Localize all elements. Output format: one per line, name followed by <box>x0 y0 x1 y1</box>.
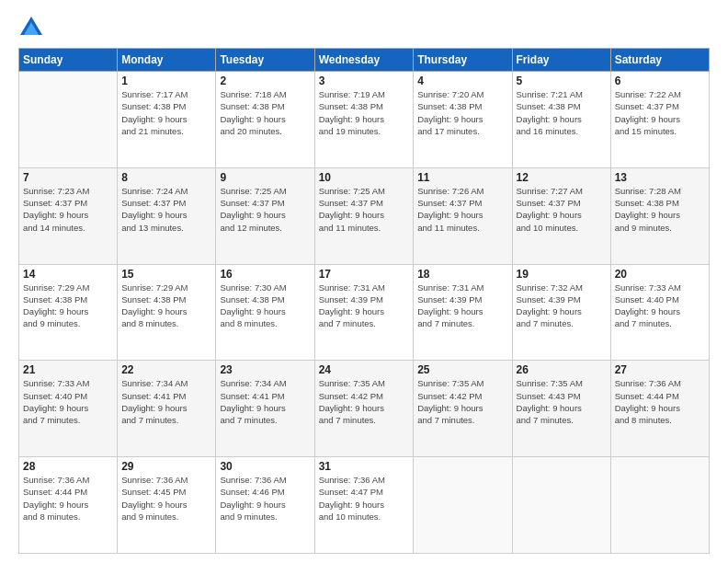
calendar-body: 1Sunrise: 7:17 AM Sunset: 4:38 PM Daylig… <box>19 72 710 554</box>
day-info: Sunrise: 7:32 AM Sunset: 4:39 PM Dayligh… <box>517 282 607 330</box>
day-info: Sunrise: 7:22 AM Sunset: 4:37 PM Dayligh… <box>615 88 705 137</box>
day-number: 15 <box>121 268 211 281</box>
day-info: Sunrise: 7:31 AM Sunset: 4:39 PM Dayligh… <box>417 282 507 330</box>
day-info: Sunrise: 7:35 AM Sunset: 4:43 PM Dayligh… <box>517 377 607 426</box>
calendar-cell: 23Sunrise: 7:34 AM Sunset: 4:41 PM Dayli… <box>216 361 314 457</box>
calendar-cell: 19Sunrise: 7:32 AM Sunset: 4:39 PM Dayli… <box>512 264 610 361</box>
calendar-cell <box>414 457 512 554</box>
day-number: 24 <box>319 363 410 376</box>
day-number: 1 <box>121 75 211 87</box>
day-number: 10 <box>319 171 410 184</box>
day-info: Sunrise: 7:25 AM Sunset: 4:37 PM Dayligh… <box>220 185 310 234</box>
calendar-cell: 31Sunrise: 7:36 AM Sunset: 4:47 PM Dayli… <box>314 457 414 554</box>
calendar-cell: 8Sunrise: 7:24 AM Sunset: 4:37 PM Daylig… <box>118 167 216 264</box>
calendar-cell: 29Sunrise: 7:36 AM Sunset: 4:45 PM Dayli… <box>118 457 216 554</box>
weekday-header-tuesday: Tuesday <box>216 49 314 72</box>
day-info: Sunrise: 7:33 AM Sunset: 4:40 PM Dayligh… <box>23 377 113 426</box>
day-info: Sunrise: 7:30 AM Sunset: 4:38 PM Dayligh… <box>220 282 310 330</box>
day-info: Sunrise: 7:27 AM Sunset: 4:37 PM Dayligh… <box>517 185 607 234</box>
calendar-cell: 9Sunrise: 7:25 AM Sunset: 4:37 PM Daylig… <box>216 167 314 264</box>
calendar-cell: 3Sunrise: 7:19 AM Sunset: 4:38 PM Daylig… <box>314 72 414 168</box>
calendar-cell: 5Sunrise: 7:21 AM Sunset: 4:38 PM Daylig… <box>512 72 610 168</box>
day-info: Sunrise: 7:29 AM Sunset: 4:38 PM Dayligh… <box>121 282 211 330</box>
day-info: Sunrise: 7:28 AM Sunset: 4:38 PM Dayligh… <box>615 185 705 234</box>
day-info: Sunrise: 7:25 AM Sunset: 4:37 PM Dayligh… <box>319 185 410 234</box>
weekday-header-wednesday: Wednesday <box>314 49 414 72</box>
day-info: Sunrise: 7:29 AM Sunset: 4:38 PM Dayligh… <box>23 282 113 330</box>
day-info: Sunrise: 7:35 AM Sunset: 4:42 PM Dayligh… <box>319 377 410 426</box>
day-number: 12 <box>517 171 607 184</box>
calendar-cell: 21Sunrise: 7:33 AM Sunset: 4:40 PM Dayli… <box>19 361 118 457</box>
weekday-header-friday: Friday <box>512 49 610 72</box>
calendar-cell: 22Sunrise: 7:34 AM Sunset: 4:41 PM Dayli… <box>118 361 216 457</box>
day-number: 31 <box>319 460 410 473</box>
day-number: 19 <box>517 268 607 281</box>
calendar-cell: 6Sunrise: 7:22 AM Sunset: 4:37 PM Daylig… <box>610 72 709 168</box>
calendar-cell: 13Sunrise: 7:28 AM Sunset: 4:38 PM Dayli… <box>610 167 709 264</box>
day-info: Sunrise: 7:17 AM Sunset: 4:38 PM Dayligh… <box>121 88 211 137</box>
day-number: 9 <box>220 171 310 184</box>
day-number: 25 <box>417 363 507 376</box>
day-info: Sunrise: 7:19 AM Sunset: 4:38 PM Dayligh… <box>319 88 410 137</box>
calendar-cell: 24Sunrise: 7:35 AM Sunset: 4:42 PM Dayli… <box>314 361 414 457</box>
week-row-5: 28Sunrise: 7:36 AM Sunset: 4:44 PM Dayli… <box>19 457 710 554</box>
week-row-2: 7Sunrise: 7:23 AM Sunset: 4:37 PM Daylig… <box>19 167 710 264</box>
day-number: 23 <box>220 363 310 376</box>
day-info: Sunrise: 7:36 AM Sunset: 4:46 PM Dayligh… <box>220 474 310 523</box>
day-number: 17 <box>319 268 410 281</box>
calendar-cell: 26Sunrise: 7:35 AM Sunset: 4:43 PM Dayli… <box>512 361 610 457</box>
week-row-1: 1Sunrise: 7:17 AM Sunset: 4:38 PM Daylig… <box>19 72 710 168</box>
day-number: 21 <box>23 363 113 376</box>
logo <box>18 15 46 40</box>
calendar-cell: 17Sunrise: 7:31 AM Sunset: 4:39 PM Dayli… <box>314 264 414 361</box>
calendar-cell: 10Sunrise: 7:25 AM Sunset: 4:37 PM Dayli… <box>314 167 414 264</box>
day-number: 2 <box>220 75 310 87</box>
day-number: 28 <box>23 460 113 473</box>
day-number: 5 <box>517 75 607 87</box>
day-info: Sunrise: 7:35 AM Sunset: 4:42 PM Dayligh… <box>417 377 507 426</box>
calendar-cell: 2Sunrise: 7:18 AM Sunset: 4:38 PM Daylig… <box>216 72 314 168</box>
day-info: Sunrise: 7:36 AM Sunset: 4:47 PM Dayligh… <box>319 474 410 523</box>
calendar-cell <box>610 457 709 554</box>
day-info: Sunrise: 7:36 AM Sunset: 4:45 PM Dayligh… <box>121 474 211 523</box>
day-info: Sunrise: 7:36 AM Sunset: 4:44 PM Dayligh… <box>615 377 705 426</box>
weekday-row: SundayMondayTuesdayWednesdayThursdayFrid… <box>19 49 710 72</box>
logo-icon <box>18 15 44 40</box>
day-info: Sunrise: 7:33 AM Sunset: 4:40 PM Dayligh… <box>615 282 705 330</box>
calendar-cell: 7Sunrise: 7:23 AM Sunset: 4:37 PM Daylig… <box>19 167 118 264</box>
day-number: 11 <box>417 171 507 184</box>
day-number: 29 <box>121 460 211 473</box>
day-info: Sunrise: 7:21 AM Sunset: 4:38 PM Dayligh… <box>517 88 607 137</box>
calendar-header: SundayMondayTuesdayWednesdayThursdayFrid… <box>19 49 710 72</box>
day-info: Sunrise: 7:26 AM Sunset: 4:37 PM Dayligh… <box>417 185 507 234</box>
weekday-header-saturday: Saturday <box>610 49 709 72</box>
day-number: 20 <box>615 268 705 281</box>
day-number: 16 <box>220 268 310 281</box>
calendar-cell <box>19 72 118 168</box>
day-number: 4 <box>417 75 507 87</box>
calendar-cell: 14Sunrise: 7:29 AM Sunset: 4:38 PM Dayli… <box>19 264 118 361</box>
day-number: 3 <box>319 75 410 87</box>
calendar-cell: 11Sunrise: 7:26 AM Sunset: 4:37 PM Dayli… <box>414 167 512 264</box>
calendar: SundayMondayTuesdayWednesdayThursdayFrid… <box>18 48 710 554</box>
day-info: Sunrise: 7:34 AM Sunset: 4:41 PM Dayligh… <box>220 377 310 426</box>
calendar-cell: 28Sunrise: 7:36 AM Sunset: 4:44 PM Dayli… <box>19 457 118 554</box>
day-number: 22 <box>121 363 211 376</box>
day-info: Sunrise: 7:34 AM Sunset: 4:41 PM Dayligh… <box>121 377 211 426</box>
page: SundayMondayTuesdayWednesdayThursdayFrid… <box>0 0 728 563</box>
week-row-4: 21Sunrise: 7:33 AM Sunset: 4:40 PM Dayli… <box>19 361 710 457</box>
day-info: Sunrise: 7:18 AM Sunset: 4:38 PM Dayligh… <box>220 88 310 137</box>
calendar-cell: 30Sunrise: 7:36 AM Sunset: 4:46 PM Dayli… <box>216 457 314 554</box>
day-number: 30 <box>220 460 310 473</box>
calendar-cell: 1Sunrise: 7:17 AM Sunset: 4:38 PM Daylig… <box>118 72 216 168</box>
day-number: 8 <box>121 171 211 184</box>
calendar-cell: 18Sunrise: 7:31 AM Sunset: 4:39 PM Dayli… <box>414 264 512 361</box>
day-number: 26 <box>517 363 607 376</box>
week-row-3: 14Sunrise: 7:29 AM Sunset: 4:38 PM Dayli… <box>19 264 710 361</box>
day-info: Sunrise: 7:31 AM Sunset: 4:39 PM Dayligh… <box>319 282 410 330</box>
calendar-cell: 27Sunrise: 7:36 AM Sunset: 4:44 PM Dayli… <box>610 361 709 457</box>
day-number: 13 <box>615 171 705 184</box>
weekday-header-sunday: Sunday <box>19 49 118 72</box>
calendar-cell: 25Sunrise: 7:35 AM Sunset: 4:42 PM Dayli… <box>414 361 512 457</box>
calendar-cell <box>512 457 610 554</box>
